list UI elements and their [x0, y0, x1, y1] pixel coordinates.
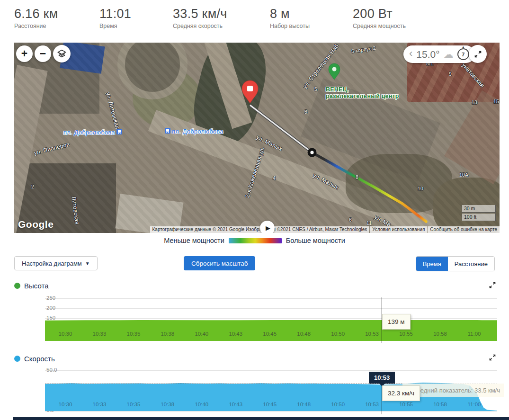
expand-icon	[489, 282, 496, 288]
map-label-text: 3	[304, 109, 307, 115]
house-number-label: 3	[304, 109, 307, 115]
weather-widget[interactable]: ‹ 15.0° ☁ 7	[403, 45, 475, 63]
playback-button[interactable]: ▶	[260, 221, 275, 233]
x-tick-label: 10:48	[297, 331, 311, 337]
street-name-label: ул. Пионеров	[33, 141, 70, 156]
map-label-text: унатовская	[461, 62, 486, 89]
toggle-distance-button[interactable]: Расстояние	[448, 257, 494, 271]
stat-avg-power-label: Средняя мощность	[353, 23, 406, 29]
stat-elev-gain: 8 м Набор высоты	[270, 7, 353, 29]
toggle-time-button[interactable]: Время	[416, 257, 448, 271]
map-label-text: 8	[356, 174, 358, 180]
house-number-label: 4	[273, 175, 276, 181]
x-tick-label: 10:33	[93, 402, 107, 407]
google-logo[interactable]: Google	[18, 219, 54, 230]
minus-icon: −	[40, 48, 46, 59]
map-zoom-out-button[interactable]: −	[35, 45, 51, 62]
stat-distance: 6.16 км Расстояние	[14, 7, 99, 29]
elevation-expand-button[interactable]	[489, 282, 496, 290]
stat-avg-speed-label: Средняя скорость	[173, 23, 265, 29]
map-zoom-in-button[interactable]: +	[16, 45, 33, 62]
bus-stop-icon	[165, 128, 170, 135]
chart-settings-label: Настройка диаграмм	[22, 260, 82, 267]
caret-down-icon: ▼	[85, 261, 90, 266]
house-number-label: 15	[493, 98, 499, 104]
street-name-label: ул. Стрелецкая Наб	[301, 43, 340, 89]
map-label-text: 6	[349, 217, 352, 223]
speed-series-dot	[14, 356, 20, 362]
section-divider-bar	[13, 417, 509, 420]
x-tick-label: 10:58	[433, 331, 447, 337]
x-tick-label: 10:50	[331, 402, 345, 407]
map-fullscreen-button[interactable]	[469, 45, 487, 63]
power-gradient-bar	[229, 238, 282, 243]
map-label-text: 5 корпус 2	[351, 45, 376, 54]
elevation-tooltip: 139 м	[382, 314, 411, 330]
stat-time-label: Время	[99, 23, 168, 29]
map-label-text: ул. Литовская	[105, 91, 121, 129]
map-label-text: пл. Добролюбова	[172, 128, 223, 135]
x-tick-label: 10:35	[127, 402, 141, 407]
toggle-time-label: Время	[423, 260, 441, 268]
x-tick-label: 11:00	[468, 402, 481, 407]
elevation-chart-title: Высота	[24, 282, 49, 290]
cloud-icon: ☁	[444, 49, 454, 59]
elevation-area-fill	[45, 320, 497, 341]
poi-label: ВЕНЕЦ, развлекательный центр	[326, 86, 399, 99]
transit-stop-label: пл. Добролюбова	[63, 129, 122, 136]
stat-elev-gain-value: 8 м	[270, 7, 348, 21]
x-tick-label: 11:00	[468, 331, 481, 337]
stat-elev-gain-label: Набор высоты	[270, 23, 348, 29]
chart-settings-dropdown[interactable]: Настройка диаграмм ▼	[14, 256, 98, 270]
speed-x-axis: 10:3010:3310:3510:3810:4010:4310:4510:48…	[45, 402, 497, 408]
legend-less-label: Меньше мощности	[164, 237, 224, 244]
forecast-days-badge[interactable]: 7	[457, 48, 469, 60]
street-name-label: унатовская	[461, 62, 486, 89]
x-tick-label: 10:53	[365, 331, 379, 337]
speed-expand-button[interactable]	[489, 354, 496, 363]
x-tick-label: 10:43	[229, 331, 242, 337]
layers-icon	[57, 49, 67, 59]
x-tick-label: 10:55	[399, 402, 413, 407]
house-number-label: 11	[366, 220, 372, 226]
x-tick-label: 10:50	[331, 331, 345, 337]
reset-zoom-button[interactable]: Сбросить масштаб	[184, 256, 255, 270]
map-label-text: 11	[366, 220, 372, 226]
divider	[0, 5, 509, 5]
house-number-label: 5	[314, 86, 317, 92]
x-tick-label: 10:40	[195, 402, 208, 407]
attribution-terms-link[interactable]: Условия использования	[370, 226, 427, 233]
house-number-label: 10	[418, 186, 423, 191]
street-name-label: Литовская	[71, 196, 80, 225]
speed-tooltip: 32.3 км/ч	[382, 385, 420, 401]
stat-avg-power-value: 200 Вт	[353, 7, 406, 21]
map-label-text: 9	[449, 71, 452, 77]
poi-label-line1: ВЕНЕЦ,	[326, 86, 399, 93]
map-label-text: 2	[31, 184, 34, 189]
x-tick-label: 10:45	[263, 402, 277, 407]
house-number-label: 13	[472, 99, 477, 105]
x-tick-label: 10:35	[127, 331, 141, 337]
poi-label-line2: развлекательный центр	[326, 93, 399, 99]
route-map[interactable]: ул. ЛитовскаяЛитовскаяул. Пионеровул. Ма…	[14, 43, 500, 233]
x-tick-label: 10:38	[161, 402, 174, 407]
activity-page: 6.16 км Расстояние 11:01 Время 33.5 км/ч…	[0, 0, 509, 420]
plus-icon: +	[21, 48, 27, 59]
map-label-text: Литовская	[71, 196, 80, 225]
transit-stop-label: пл. Добролюбова	[165, 128, 223, 135]
attribution-report-link[interactable]: Сообщить об ошибке на карте	[428, 226, 500, 233]
bus-stop-icon	[116, 129, 122, 136]
scale-imperial-label: 100 ft	[464, 214, 476, 220]
x-tick-label: 10:40	[195, 331, 208, 337]
map-label-text: ул. Пионеров	[33, 141, 70, 156]
x-tick-label: 10:30	[59, 331, 72, 337]
stat-distance-label: Расстояние	[14, 23, 95, 29]
house-number-label: 9	[449, 71, 452, 77]
x-tick-label: 10:43	[229, 402, 242, 407]
legend-more-label: Больше мощности	[286, 237, 345, 244]
stat-avg-speed-value: 33.5 км/ч	[173, 7, 265, 21]
chevron-left-icon[interactable]: ‹	[409, 48, 412, 59]
map-layers-button[interactable]	[53, 45, 71, 63]
x-tick-label: 10:58	[433, 402, 447, 407]
stat-distance-value: 6.16 км	[14, 7, 95, 21]
